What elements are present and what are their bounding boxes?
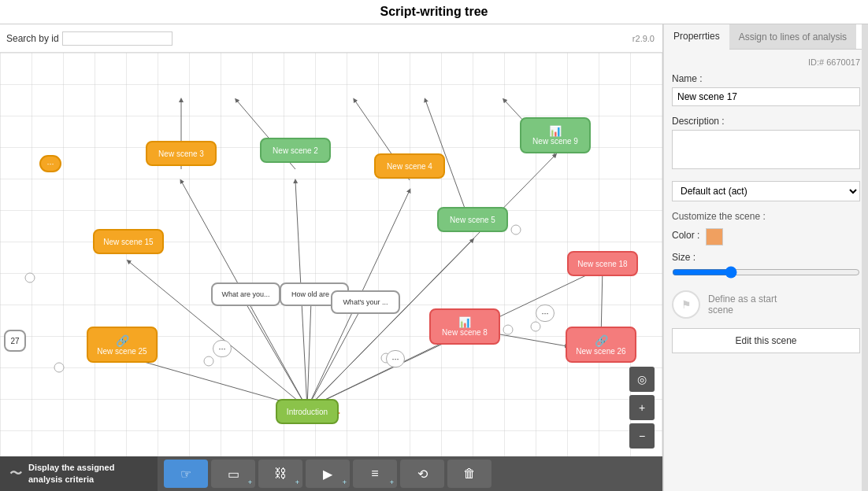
svg-line-4 — [307, 155, 555, 408]
svg-line-9 — [244, 301, 307, 408]
main-content: Search by id r2.9.0 — [0, 24, 868, 491]
name-field: Name : — [672, 73, 860, 106]
display-criteria-label: Display the assignedanalysis criteria — [28, 462, 114, 486]
node-ellipsis-3[interactable]: ··· — [386, 350, 405, 367]
node-new-scene-8[interactable]: 📊 New scene 8 — [429, 308, 500, 345]
name-input[interactable] — [672, 87, 860, 106]
description-textarea[interactable] — [672, 130, 860, 169]
touch-icon: ☞ — [180, 467, 191, 482]
svg-point-25 — [25, 273, 35, 282]
node-new-scene-3[interactable]: New scene 3 — [146, 141, 217, 166]
size-row: Size : — [672, 252, 860, 281]
panel-scroll: ID:# 6670017 Name : Description : Defaul… — [664, 50, 868, 491]
size-label: Size : — [672, 252, 696, 263]
node-question-1[interactable]: What are you... — [211, 282, 280, 306]
delete-icon: 🗑 — [463, 467, 476, 481]
plus-badge: + — [390, 478, 394, 486]
tab-properties[interactable]: Properrties — [664, 24, 729, 50]
panel-tabs: Properrties Assign to lines of analysis — [664, 24, 868, 50]
version-label: r2.9.0 — [632, 34, 655, 43]
wave-icon: 〜 — [9, 466, 22, 482]
node-label: New scene 26 — [576, 347, 625, 356]
tool-play-button[interactable]: ▶ + — [306, 460, 350, 488]
node-new-scene-26[interactable]: 🔗 New scene 26 — [566, 327, 636, 363]
canvas-toolbar: Search by id r2.9.0 — [0, 24, 662, 53]
node-label: Introduction — [287, 408, 328, 416]
tool-scene-button[interactable]: ▭ + — [211, 460, 255, 488]
node-27[interactable]: 27 — [4, 330, 26, 352]
title-text: Script-writing tree — [380, 5, 488, 18]
svg-line-10 — [307, 301, 311, 408]
node-label: What are you... — [221, 290, 269, 298]
zoom-in-button[interactable]: + — [629, 395, 655, 420]
node-new-scene-2[interactable]: New scene 2 — [260, 138, 331, 163]
search-input[interactable] — [62, 31, 172, 46]
node-label: New scene 25 — [97, 347, 147, 356]
node-ellipsis-2[interactable]: ··· — [213, 340, 232, 357]
canvas-grid: New scene 3 New scene 2 New scene 4 New … — [0, 53, 662, 456]
connect-icon: ⟲ — [417, 467, 428, 482]
link-icon: 🔗 — [116, 334, 129, 347]
name-label: Name : — [672, 73, 860, 84]
tool-link-button[interactable]: ⛓ + — [258, 460, 302, 488]
color-swatch[interactable] — [706, 228, 723, 246]
node-new-scene-9[interactable]: 📊 New scene 9 — [520, 117, 591, 153]
node-new-scene-15[interactable]: New scene 15 — [93, 229, 164, 254]
tool-touch-button[interactable]: ☞ — [164, 460, 208, 488]
flag-icon: ⚑ — [681, 298, 692, 311]
node-new-scene-25[interactable]: 🔗 New scene 25 — [87, 327, 158, 363]
display-criteria-button[interactable]: 〜 Display the assignedanalysis criteria — [0, 456, 158, 491]
node-icon: 📊 — [458, 316, 471, 328]
canvas-svg — [0, 53, 662, 456]
mini-controls: ◎ + − — [629, 367, 655, 449]
node-ellipsis-1[interactable]: ··· — [39, 155, 61, 172]
link-icon: 🔗 — [595, 334, 608, 347]
focus-button[interactable]: ◎ — [629, 367, 655, 392]
node-new-scene-4[interactable]: New scene 4 — [374, 153, 445, 179]
customize-section: Customize the scene : Color : Size : — [672, 211, 860, 281]
svg-point-26 — [511, 225, 521, 234]
color-label: Color : — [672, 230, 699, 241]
start-scene-label: Define as a startscene — [708, 293, 777, 316]
node-icon: 📊 — [549, 125, 562, 137]
toolbar-tools: ☞ ▭ + ⛓ + ▶ + ≡ — [158, 460, 498, 488]
node-ellipsis-4[interactable]: ··· — [536, 305, 555, 322]
id-label: ID:# — [808, 57, 824, 67]
description-label: Description : — [672, 116, 860, 127]
zoom-out-button[interactable]: − — [629, 423, 655, 449]
node-label: New scene 5 — [450, 216, 495, 224]
node-label: New scene 8 — [442, 328, 488, 337]
app-container: Script-writing tree Search by id r2.9.0 — [0, 0, 868, 491]
panel-scrollbar[interactable] — [862, 24, 868, 491]
search-label: Search by id — [6, 33, 59, 44]
act-select[interactable]: Default act (act) — [672, 181, 860, 201]
tab-assign[interactable]: Assign to lines of analysis — [729, 24, 856, 49]
color-row: Color : — [672, 228, 860, 246]
tool-delete-button[interactable]: 🗑 — [447, 460, 491, 488]
node-label: New scene 4 — [387, 162, 432, 171]
id-value: 6670017 — [826, 57, 860, 67]
node-label: New scene 9 — [532, 137, 578, 146]
scene-icon: ▭ — [228, 467, 239, 482]
list-icon: ≡ — [371, 467, 378, 481]
canvas-area: Search by id r2.9.0 — [0, 24, 663, 491]
node-introduction[interactable]: Introduction — [276, 399, 339, 424]
node-question-3[interactable]: What's your ... — [331, 290, 400, 314]
link-icon: ⛓ — [274, 467, 287, 481]
plus-badge: + — [343, 478, 347, 486]
node-label: New scene 15 — [103, 238, 153, 246]
node-label: What's your ... — [343, 298, 388, 306]
node-label: New scene 18 — [577, 260, 627, 268]
svg-point-23 — [204, 356, 213, 366]
node-new-scene-18[interactable]: New scene 18 — [567, 251, 638, 276]
node-new-scene-5[interactable]: New scene 5 — [437, 207, 508, 232]
tool-list-button[interactable]: ≡ + — [353, 460, 397, 488]
size-slider[interactable] — [672, 266, 860, 279]
edit-scene-button[interactable]: Edit this scene — [672, 328, 860, 353]
tool-connect-button[interactable]: ⟲ — [400, 460, 444, 488]
plus-badge: + — [248, 478, 252, 486]
svg-line-11 — [307, 306, 362, 408]
node-label: New scene 3 — [158, 150, 204, 158]
plus-badge: + — [295, 478, 299, 486]
bottom-toolbar: 〜 Display the assignedanalysis criteria … — [0, 456, 662, 491]
